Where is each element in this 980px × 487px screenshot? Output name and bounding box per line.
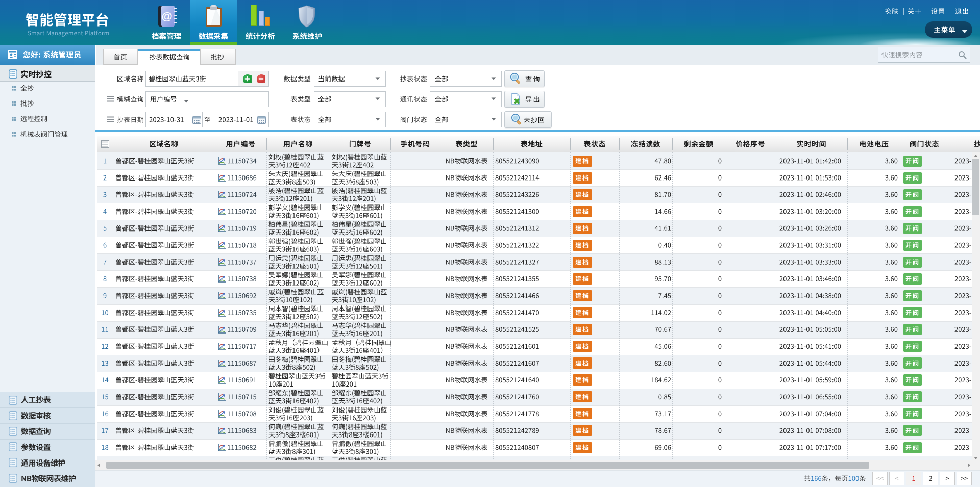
svg-text:@: @ — [161, 10, 172, 22]
